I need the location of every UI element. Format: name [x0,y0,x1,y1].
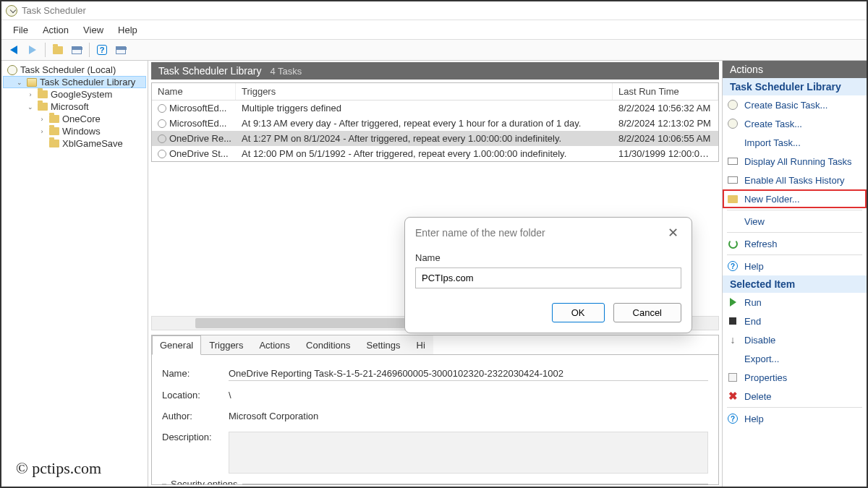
tab-actions[interactable]: Actions [251,335,298,354]
run-button[interactable] [112,41,129,59]
col-name[interactable]: Name [152,83,236,100]
action-run[interactable]: Run [723,293,867,312]
expand-icon[interactable]: › [26,91,35,98]
menu-view[interactable]: View [76,23,111,37]
tab-history[interactable]: Hi [409,335,433,354]
tree-item-windows[interactable]: › Windows [3,125,146,137]
actions-section-library: Task Scheduler Library [723,78,867,95]
action-label: Import Task... [744,137,801,148]
tree-item-onecore[interactable]: › OneCore [3,113,146,125]
task-clock-icon [158,150,166,158]
task-time: 11/30/1999 12:00:00 AM [613,147,718,160]
col-last-run[interactable]: Last Run Time [613,83,718,100]
action-new-folder[interactable]: New Folder... [723,189,867,208]
action-import-task[interactable]: Import Task... [723,133,867,152]
action-help[interactable]: ?Help [723,257,867,275]
detail-description-value [229,432,708,474]
expand-icon[interactable]: › [38,116,46,123]
view-icon [727,215,739,227]
task-clock-icon [158,134,166,143]
collapse-icon[interactable]: ⌄ [26,103,35,111]
panel-button[interactable] [68,41,85,59]
task-count: 4 Tasks [270,66,302,77]
help-button[interactable]: ? [93,41,111,59]
task-row[interactable]: OneDrive St... At 12:00 PM on 5/1/1992 -… [152,146,718,161]
running-icon [727,155,739,167]
task-row[interactable]: MicrosoftEd... At 9:13 AM every day - Af… [152,116,718,131]
tab-conditions[interactable]: Conditions [298,335,358,354]
expand-icon[interactable]: ⌄ [15,79,24,86]
tree-item-label: Microsoft [51,101,89,112]
tree-library[interactable]: ⌄ Task Scheduler Library [3,76,146,88]
security-options-label: Security options [166,479,242,486]
menu-file[interactable]: File [6,23,35,37]
action-label: Create Basic Task... [744,100,827,111]
action-label: Export... [744,354,779,364]
detail-location-value: \ [229,390,708,402]
dialog-name-label: Name [415,248,681,267]
folder-name-input[interactable] [415,267,681,288]
action-label: View [744,216,765,227]
action-disable[interactable]: ↓Disable [723,330,867,349]
help-icon: ? [727,413,739,424]
watermark: © pctips.com [12,458,106,479]
tree-item-googlesystem[interactable]: › GoogleSystem [3,88,146,100]
col-triggers[interactable]: Triggers [236,83,613,100]
tree-item-label: Windows [62,126,101,137]
folder-icon [49,140,59,147]
action-display-running[interactable]: Display All Running Tasks [723,152,867,171]
tree-item-xblgamesave[interactable]: XblGameSave [3,137,146,150]
history-icon [727,174,739,186]
task-trigger: At 9:13 AM every day - After triggered, … [236,117,613,129]
folder-button[interactable] [49,41,67,59]
window-icon [116,46,126,54]
task-row[interactable]: MicrosoftEd... Multiple triggers defined… [152,100,718,116]
cancel-button[interactable]: Cancel [613,303,681,322]
tab-triggers[interactable]: Triggers [201,335,251,354]
action-end[interactable]: End [723,312,867,330]
task-clock-icon [158,119,166,128]
forward-button[interactable] [24,41,41,59]
wizard-icon [727,99,739,111]
tree-item-label: OneCore [62,114,101,124]
task-details: General Triggers Actions Conditions Sett… [151,335,719,486]
action-refresh[interactable]: Refresh [723,234,867,253]
ok-button[interactable]: OK [552,303,605,322]
detail-name-value: OneDrive Reporting Task-S-1-5-21-2469600… [229,368,708,381]
menu-help[interactable]: Help [111,23,145,37]
action-create-basic-task[interactable]: Create Basic Task... [723,95,867,114]
task-trigger: At 12:00 PM on 5/1/1992 - After triggere… [236,147,613,160]
back-button[interactable] [5,41,22,59]
action-delete[interactable]: ✖Delete [723,387,867,406]
action-export[interactable]: Export... [723,349,867,368]
action-label: Refresh [744,239,778,249]
menu-action[interactable]: Action [35,23,76,37]
center-header-title: Task Scheduler Library [158,65,261,77]
help-icon: ? [97,45,107,55]
tree-root[interactable]: Task Scheduler (Local) [3,64,146,76]
window-title: Task Scheduler [22,5,86,16]
action-separator [727,232,862,233]
details-body: Name: OneDrive Reporting Task-S-1-5-21-2… [152,355,718,486]
app-clock-icon [6,5,17,17]
toolbar-separator [89,43,90,57]
action-create-task[interactable]: Create Task... [723,114,867,133]
run-icon [727,296,739,308]
tree-item-label: XblGameSave [62,138,123,149]
action-enable-history[interactable]: Enable All Tasks History [723,171,867,189]
action-view[interactable]: View [723,212,867,231]
expand-icon[interactable]: › [38,128,46,135]
tree-item-microsoft[interactable]: ⌄ Microsoft [3,100,146,113]
dialog-close-button[interactable]: ✕ [665,225,681,241]
disable-icon: ↓ [727,334,739,346]
tab-general[interactable]: General [152,335,201,355]
action-properties[interactable]: Properties [723,368,867,387]
task-row[interactable]: OneDrive Re... At 1:27 PM on 8/1/2024 - … [152,131,718,146]
action-label: Delete [744,391,772,402]
detail-location-label: Location: [162,390,229,402]
actions-panel: Actions Task Scheduler Library Create Ba… [723,61,867,487]
action-help-2[interactable]: ?Help [723,409,867,428]
toolbar-separator [45,43,46,57]
tab-settings[interactable]: Settings [359,335,409,354]
folder-icon [49,127,59,135]
